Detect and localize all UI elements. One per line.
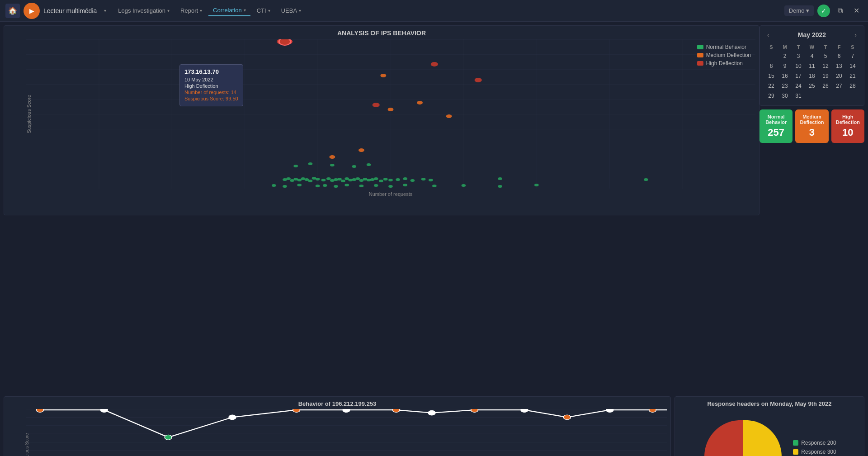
nav-cti[interactable]: CTI ▾ [252,5,275,16]
cal-cell[interactable]: 16 [778,71,792,81]
nav-logs[interactable]: Logs Investigation ▾ [113,5,174,16]
cal-cell[interactable]: 2 [778,51,792,61]
svg-point-30 [305,178,309,181]
svg-point-39 [341,180,345,182]
stat-normal-value: 257 [762,127,790,138]
svg-point-49 [379,180,383,182]
player-icon: ▶ [24,3,40,19]
cal-cell empty [805,91,819,101]
topbar-right: Demo ▾ ✓ ⧉ ✕ [784,5,863,17]
cal-cell[interactable]: 26 [819,81,832,91]
legend-normal-color [697,45,703,49]
cal-cell[interactable]: 19 [819,71,832,81]
pie-chart-title: Response headers on Monday, May 9th 2022 [679,400,860,407]
svg-point-54 [410,179,415,182]
svg-point-28 [297,179,302,181]
status-check-icon: ✓ [817,5,830,17]
cal-cell empty [832,91,846,101]
svg-point-46 [367,179,371,181]
cal-cell[interactable]: 11 [805,61,819,71]
svg-point-68 [323,184,327,187]
behavior-y-label: Suspicious Score [24,433,29,456]
svg-point-83 [446,114,452,118]
svg-point-56 [429,179,433,181]
svg-point-59 [293,165,298,167]
cal-cell[interactable]: 30 [778,91,792,101]
copy-icon[interactable]: ⧉ [834,5,846,17]
cal-cell[interactable]: 12 [819,61,832,71]
cal-cell[interactable]: 3 [792,51,805,61]
nav-ueba[interactable]: UEBA ▾ [277,5,306,16]
svg-point-75 [432,185,437,187]
svg-point-122 [521,409,528,413]
cal-cell[interactable]: 17 [792,71,805,81]
cal-cell[interactable]: 22 [764,81,778,91]
correlation-dropdown-arrow: ▾ [244,8,246,13]
cal-cell[interactable]: 15 [764,71,778,81]
bottom-charts: Behavior of 196.212.199.253 Suspicious S… [0,396,868,456]
svg-point-70 [344,184,349,186]
legend-normal: Normal Behavior [697,44,751,50]
svg-point-33 [316,178,320,180]
cal-cell[interactable]: 25 [805,81,819,91]
app-title[interactable]: Lecteur multimédia [43,7,97,14]
stat-high-label: HighDeflection [834,114,862,125]
cal-cell[interactable]: 31 [792,91,805,101]
cal-cell[interactable]: 18 [805,71,819,81]
cal-cell[interactable]: 14 [846,61,859,71]
svg-point-62 [352,165,356,168]
svg-point-113 [37,409,44,413]
svg-point-72 [374,184,378,187]
cal-cell[interactable]: 27 [832,81,846,91]
cal-cell[interactable]: 8 [764,61,778,71]
cal-cell[interactable] [764,51,778,61]
svg-point-58 [644,178,648,181]
cal-cell[interactable]: 6 [832,51,846,61]
cal-cell[interactable]: 4 [805,51,819,61]
svg-point-73 [388,185,393,188]
legend-medium-color [697,53,703,57]
svg-point-60 [308,162,313,165]
cal-cell today[interactable]: 10 [792,61,805,71]
cal-next-button[interactable]: › [852,30,859,39]
cal-cell[interactable]: 24 [792,81,805,91]
svg-point-77 [498,185,502,188]
scatter-svg: 0 10 20 30 40 50 60 70 80 90 100 1 2 5 1… [26,39,755,189]
cti-dropdown-arrow: ▾ [268,8,270,13]
cal-cell[interactable]: 9 [778,61,792,71]
close-icon[interactable]: ✕ [850,5,863,17]
calendar-grid: S M T W T F S 2 3 4 5 [764,43,859,101]
svg-point-69 [334,185,338,188]
svg-point-63 [367,163,371,166]
cal-cell[interactable]: 29 [764,91,778,101]
chart-legend: Normal Behavior Medium Deflection High D… [697,44,751,66]
pie-legend-200: Response 200 [793,440,836,446]
pie-svg [703,416,784,456]
cal-cell[interactable]: 5 [819,51,832,61]
svg-point-80 [359,148,364,152]
svg-point-117 [293,409,300,413]
cal-cell[interactable]: 13 [832,61,846,71]
cal-cell[interactable]: 23 [778,81,792,91]
top-nav: Logs Investigation ▾ Report ▾ Correlatio… [113,5,306,16]
demo-button[interactable]: Demo ▾ [784,5,814,16]
svg-point-87 [373,103,380,107]
stat-normal: NormalBehavior 257 [760,109,793,143]
cal-cell[interactable]: 28 [846,81,859,91]
cal-day-f: F [832,43,846,51]
cal-cell[interactable]: 7 [846,51,859,61]
nav-report[interactable]: Report ▾ [176,5,207,16]
svg-point-74 [403,184,407,186]
title-dropdown-arrow[interactable]: ▾ [104,8,106,13]
cal-day-w: W [805,43,819,51]
home-button[interactable]: 🏠 [5,4,20,18]
ips-behavior-chart: ANALYSIS OF IPS BEHAVIOR Suspicious Scor… [4,25,760,215]
cal-cell empty [819,91,832,101]
nav-correlation[interactable]: Correlation ▾ [208,5,250,16]
cal-cell[interactable]: 21 [846,71,859,81]
cal-prev-button[interactable]: ‹ [764,30,772,39]
svg-point-123 [564,415,571,420]
svg-point-124 [606,409,613,413]
cal-cell[interactable]: 20 [832,71,846,81]
cal-week-5: 29 30 31 [764,91,859,101]
